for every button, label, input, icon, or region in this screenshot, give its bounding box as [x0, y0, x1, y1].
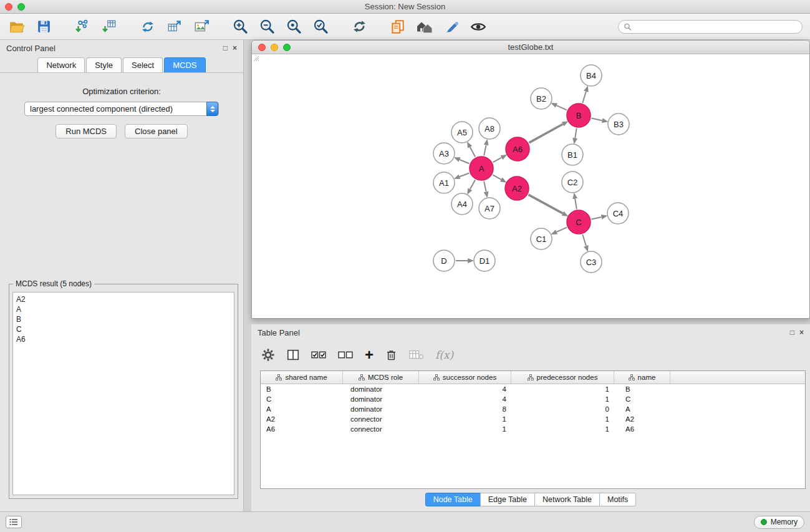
- graph-edge-B-B3[interactable]: [592, 118, 602, 121]
- close-panel-button[interactable]: Close panel: [125, 124, 188, 138]
- mcds-result-item[interactable]: B: [16, 314, 231, 324]
- column-header-name[interactable]: name: [614, 371, 670, 384]
- column-header-MCDS-role[interactable]: MCDS role: [343, 371, 419, 384]
- export-network-button[interactable]: [138, 17, 157, 36]
- close-table-panel-icon[interactable]: ×: [799, 329, 804, 336]
- zoom-in-button[interactable]: [231, 17, 249, 36]
- graph-node-B1[interactable]: B1: [562, 144, 583, 165]
- graph-node-A4[interactable]: A4: [451, 193, 473, 215]
- graph-node-C1[interactable]: C1: [531, 228, 552, 249]
- graph-node-A2[interactable]: A2: [505, 177, 529, 200]
- graph-edge-A-A6[interactable]: [493, 158, 502, 162]
- criterion-dropdown[interactable]: largest connected component (directed): [24, 102, 219, 116]
- network-window-titlebar[interactable]: testGlobe.txt: [252, 41, 809, 54]
- mcds-result-item[interactable]: A: [16, 304, 231, 314]
- column-header-successor-nodes[interactable]: successor nodes: [419, 371, 511, 384]
- graph-edge-C-C3[interactable]: [582, 235, 586, 246]
- import-network-button[interactable]: [73, 17, 92, 36]
- table-row[interactable]: Adominator80A: [261, 404, 805, 414]
- graph-node-D[interactable]: D: [433, 250, 455, 271]
- graph-node-A[interactable]: A: [470, 157, 493, 180]
- graph-edge-B-B1[interactable]: [575, 128, 577, 138]
- control-tab-mcds[interactable]: MCDS: [164, 57, 205, 72]
- graph-edge-A-A5[interactable]: [470, 147, 475, 157]
- zoom-out-button[interactable]: [258, 17, 276, 36]
- close-network-window-button[interactable]: [258, 44, 266, 51]
- mcds-result-item[interactable]: A2: [16, 294, 231, 304]
- graph-node-A3[interactable]: A3: [433, 143, 455, 164]
- control-tab-style[interactable]: Style: [86, 57, 122, 72]
- style-button[interactable]: [442, 17, 461, 36]
- delete-row-button[interactable]: [385, 349, 398, 362]
- memory-button[interactable]: Memory: [754, 516, 804, 529]
- task-history-button[interactable]: [6, 516, 22, 528]
- graph-node-C2[interactable]: C2: [562, 172, 583, 193]
- table-tab-node-table[interactable]: Node Table: [425, 493, 481, 506]
- zoom-network-window-button[interactable]: [283, 44, 291, 51]
- select-all-button[interactable]: [311, 350, 327, 360]
- zoom-selected-button[interactable]: [311, 17, 330, 36]
- save-session-button[interactable]: [34, 17, 53, 36]
- graph-edge-A-A7[interactable]: [484, 181, 486, 192]
- graph-node-A5[interactable]: A5: [451, 122, 473, 143]
- column-header-shared-name[interactable]: shared name: [261, 371, 343, 384]
- table-tab-motifs[interactable]: Motifs: [599, 493, 636, 506]
- graph-node-B[interactable]: B: [567, 104, 591, 127]
- search-input[interactable]: [634, 22, 797, 31]
- mcds-result-item[interactable]: C: [16, 324, 231, 334]
- refresh-button[interactable]: [350, 17, 369, 36]
- graph-edge-C-C1[interactable]: [557, 228, 567, 232]
- import-table-button[interactable]: [100, 17, 118, 36]
- graph-edge-C-C4[interactable]: [592, 217, 602, 220]
- search-box[interactable]: [618, 20, 803, 34]
- run-mcds-button[interactable]: Run MCDS: [55, 124, 117, 138]
- graph-edge-C-C2[interactable]: [575, 199, 577, 210]
- show-columns-button[interactable]: [286, 348, 300, 362]
- graph-node-C3[interactable]: C3: [581, 251, 602, 273]
- table-row[interactable]: A6connector11A6: [261, 424, 805, 434]
- graph-edge-A-A4[interactable]: [470, 180, 475, 189]
- mcds-result-item[interactable]: A6: [16, 334, 231, 344]
- graph-edge-A-A2[interactable]: [493, 175, 501, 180]
- graph-node-A1[interactable]: A1: [433, 172, 455, 193]
- home-button[interactable]: [415, 17, 434, 36]
- graph-node-C[interactable]: C: [567, 210, 591, 234]
- show-graphics-button[interactable]: [469, 17, 488, 36]
- column-header-predecessor-nodes[interactable]: predecessor nodes: [511, 371, 614, 384]
- close-window-button[interactable]: [5, 3, 12, 11]
- table-row[interactable]: A2connector11A2: [261, 414, 805, 424]
- graph-edge-B-B2[interactable]: [557, 105, 567, 110]
- graph-edge-A-A1[interactable]: [460, 173, 469, 177]
- close-panel-icon[interactable]: ×: [233, 44, 237, 52]
- graph-edge-A-A8[interactable]: [484, 145, 486, 156]
- graph-edge-B-B4[interactable]: [582, 92, 586, 103]
- control-tab-network[interactable]: Network: [37, 57, 85, 72]
- mcds-result-list[interactable]: A2ABCA6: [12, 292, 234, 495]
- graph-node-A6[interactable]: A6: [506, 137, 529, 161]
- zoom-window-button[interactable]: [17, 3, 25, 11]
- graph-node-B3[interactable]: B3: [608, 114, 629, 135]
- graph-node-B2[interactable]: B2: [531, 88, 552, 109]
- resize-grip-icon[interactable]: [252, 54, 259, 62]
- graph-node-D1[interactable]: D1: [474, 250, 495, 271]
- export-image-button[interactable]: [192, 17, 211, 36]
- float-table-panel-icon[interactable]: □: [790, 329, 794, 336]
- unselect-all-button[interactable]: [338, 350, 354, 360]
- graph-edge-A-A3[interactable]: [460, 160, 469, 163]
- graph-edge-A6-B[interactable]: [529, 124, 562, 143]
- minimize-network-window-button[interactable]: [271, 44, 278, 51]
- export-table-button[interactable]: [165, 17, 184, 36]
- graph-node-C4[interactable]: C4: [607, 203, 629, 224]
- graph-edge-A2-C[interactable]: [528, 195, 562, 213]
- table-tab-network-table[interactable]: Network Table: [534, 493, 600, 506]
- table-tab-edge-table[interactable]: Edge Table: [480, 493, 535, 506]
- control-tab-select[interactable]: Select: [123, 57, 163, 72]
- table-row[interactable]: Bdominator41B: [261, 384, 805, 394]
- open-session-button[interactable]: [7, 17, 26, 36]
- gear-button[interactable]: [261, 348, 275, 362]
- copy-button[interactable]: [388, 17, 407, 36]
- graph-node-A7[interactable]: A7: [479, 198, 500, 219]
- zoom-fit-button[interactable]: [284, 17, 303, 36]
- graph-node-B4[interactable]: B4: [581, 65, 602, 86]
- float-panel-icon[interactable]: □: [223, 44, 228, 52]
